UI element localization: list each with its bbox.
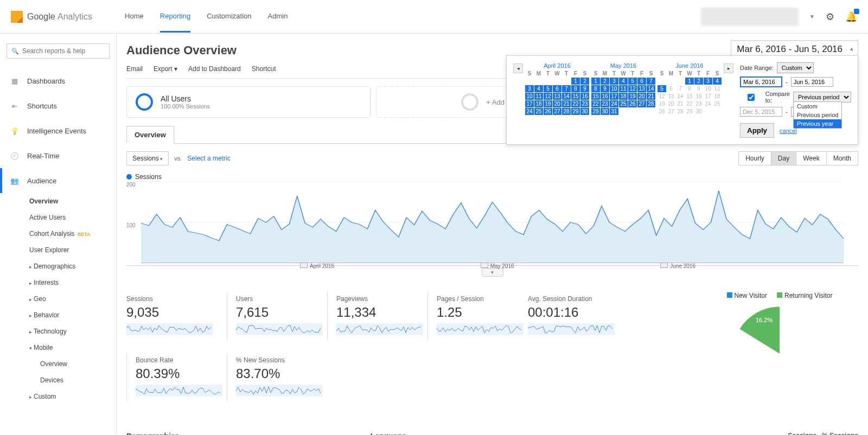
calendar-day[interactable]: 1 xyxy=(685,78,694,85)
subnav-cohort[interactable]: Cohort Analysis BETA xyxy=(29,226,116,242)
calendar-day[interactable]: 5 xyxy=(658,85,666,92)
calendar-day[interactable]: 19 xyxy=(658,100,666,107)
calendar-day[interactable]: 22 xyxy=(591,100,600,107)
scorecard[interactable]: Pages / Session1.25 xyxy=(427,292,528,340)
calendar-april[interactable]: April 2016 SMTWTFS1234567891011121314151… xyxy=(525,62,589,138)
calendar-day[interactable]: 30 xyxy=(601,108,609,115)
subnav-mobile-devices[interactable]: Devices xyxy=(40,372,116,388)
scorecard[interactable]: Pageviews11,334 xyxy=(327,292,427,340)
date-end-input[interactable] xyxy=(791,77,833,87)
subnav-overview[interactable]: Overview xyxy=(29,193,116,209)
cal-month-label[interactable]: June 2016 xyxy=(658,62,722,69)
interval-day[interactable]: Day xyxy=(771,152,796,165)
calendar-day[interactable]: 9 xyxy=(580,85,589,92)
calendar-day[interactable]: 20 xyxy=(553,100,561,107)
calendar-day[interactable]: 18 xyxy=(713,93,722,100)
caret-down-icon[interactable]: ▼ xyxy=(809,14,815,20)
calendar-day[interactable]: 1 xyxy=(571,78,580,85)
calendar-day[interactable]: 8 xyxy=(591,85,600,92)
cal-next-button[interactable]: ▸ xyxy=(724,63,733,73)
cal-month-label[interactable]: April 2016 xyxy=(525,62,589,69)
calendar-day[interactable]: 10 xyxy=(704,85,712,92)
calendar-day[interactable]: 28 xyxy=(647,100,655,107)
calendar-day[interactable]: 7 xyxy=(647,78,655,85)
calendar-day[interactable]: 27 xyxy=(637,100,646,107)
calendar-day[interactable]: 28 xyxy=(676,108,685,115)
scorecard[interactable]: Bounce Rate80.39% xyxy=(126,353,227,401)
calendar-day[interactable]: 23 xyxy=(601,100,609,107)
subnav-geo[interactable]: ▸Geo xyxy=(29,291,116,307)
email-button[interactable]: Email xyxy=(126,65,143,73)
calendar-day[interactable]: 13 xyxy=(637,85,646,92)
calendar-day[interactable]: 14 xyxy=(647,85,655,92)
calendar-day[interactable]: 22 xyxy=(571,100,580,107)
calendar-day[interactable]: 10 xyxy=(610,85,618,92)
settings-gear-icon[interactable]: ⚙ xyxy=(826,11,834,23)
calendar-day[interactable]: 11 xyxy=(619,85,628,92)
calendar-day[interactable]: 8 xyxy=(685,85,694,92)
calendar-day[interactable]: 6 xyxy=(553,85,561,92)
calendar-day[interactable]: 24 xyxy=(610,100,618,107)
nav-customization[interactable]: Customization xyxy=(207,1,251,33)
interval-hourly[interactable]: Hourly xyxy=(739,152,771,165)
compare-select[interactable]: Previous period Custom Previous period P… xyxy=(793,92,851,103)
calendar-day[interactable]: 16 xyxy=(601,93,609,100)
notifications-bell-icon[interactable]: 🔔 xyxy=(845,11,857,23)
calendar-day[interactable]: 30 xyxy=(694,108,703,115)
subnav-interests[interactable]: ▸Interests xyxy=(29,274,116,291)
calendar-day[interactable]: 25 xyxy=(534,108,543,115)
calendar-day[interactable]: 15 xyxy=(571,93,580,100)
nav-reporting[interactable]: Reporting xyxy=(160,1,190,33)
tab-overview[interactable]: Overview xyxy=(126,126,174,144)
calendar-day[interactable]: 16 xyxy=(580,93,589,100)
calendar-day[interactable]: 21 xyxy=(676,100,685,107)
calendar-day[interactable]: 17 xyxy=(704,93,712,100)
calendar-day[interactable]: 15 xyxy=(591,93,600,100)
calendar-day[interactable]: 26 xyxy=(628,100,637,107)
calendar-day[interactable]: 25 xyxy=(713,100,722,107)
logo[interactable]: Google Analytics xyxy=(11,11,92,23)
scorecard[interactable]: Sessions9,035 xyxy=(126,292,227,340)
calendar-day[interactable]: 2 xyxy=(580,78,589,85)
calendar-day[interactable]: 6 xyxy=(667,85,675,92)
date-start-input[interactable] xyxy=(740,76,782,87)
shortcut-button[interactable]: Shortcut xyxy=(252,65,276,73)
calendar-day[interactable]: 29 xyxy=(591,108,600,115)
compare-checkbox[interactable] xyxy=(740,94,762,101)
calendar-day[interactable]: 2 xyxy=(694,78,703,85)
calendar-day[interactable]: 6 xyxy=(637,78,646,85)
compare-start-input[interactable] xyxy=(740,107,782,117)
scorecard[interactable]: Avg. Session Duration00:01:16 xyxy=(528,292,628,340)
search-box[interactable]: 🔍 xyxy=(7,43,110,59)
calendar-day[interactable]: 19 xyxy=(628,93,637,100)
interval-week[interactable]: Week xyxy=(796,152,826,165)
calendar-day[interactable]: 3 xyxy=(610,78,618,85)
compare-option[interactable]: Previous period xyxy=(794,111,841,119)
calendar-day[interactable]: 16 xyxy=(694,93,703,100)
calendar-day[interactable]: 23 xyxy=(580,100,589,107)
pie-chart[interactable]: 16.2% 83.8% xyxy=(731,305,828,402)
calendar-day[interactable]: 14 xyxy=(562,93,571,100)
line-chart[interactable]: 200 100 xyxy=(126,182,858,263)
subnav-mobile-overview[interactable]: Overview xyxy=(40,356,116,372)
calendar-day[interactable]: 17 xyxy=(525,100,534,107)
calendar-day[interactable]: 9 xyxy=(601,85,609,92)
calendar-day[interactable]: 18 xyxy=(534,100,543,107)
subnav-behavior[interactable]: ▸Behavior xyxy=(29,307,116,323)
calendar-day[interactable]: 11 xyxy=(534,93,543,100)
nav-home[interactable]: Home xyxy=(125,1,144,33)
primary-metric-select[interactable]: Sessions xyxy=(126,151,169,165)
calendar-day[interactable]: 21 xyxy=(562,100,571,107)
calendar-day[interactable]: 20 xyxy=(667,100,675,107)
sidebar-shortcuts[interactable]: ⇤ Shortcuts xyxy=(0,93,116,118)
nav-admin[interactable]: Admin xyxy=(268,1,288,33)
calendar-day[interactable]: 4 xyxy=(713,78,722,85)
interval-month[interactable]: Month xyxy=(827,152,858,165)
calendar-day[interactable]: 27 xyxy=(667,108,675,115)
calendar-day[interactable]: 7 xyxy=(676,85,685,92)
subnav-custom[interactable]: ▸Custom xyxy=(29,388,116,405)
calendar-day[interactable]: 3 xyxy=(525,85,534,92)
calendar-day[interactable]: 13 xyxy=(667,93,675,100)
export-button[interactable]: Export ▾ xyxy=(154,65,177,73)
sidebar-audience[interactable]: 👥 Audience xyxy=(0,168,116,193)
